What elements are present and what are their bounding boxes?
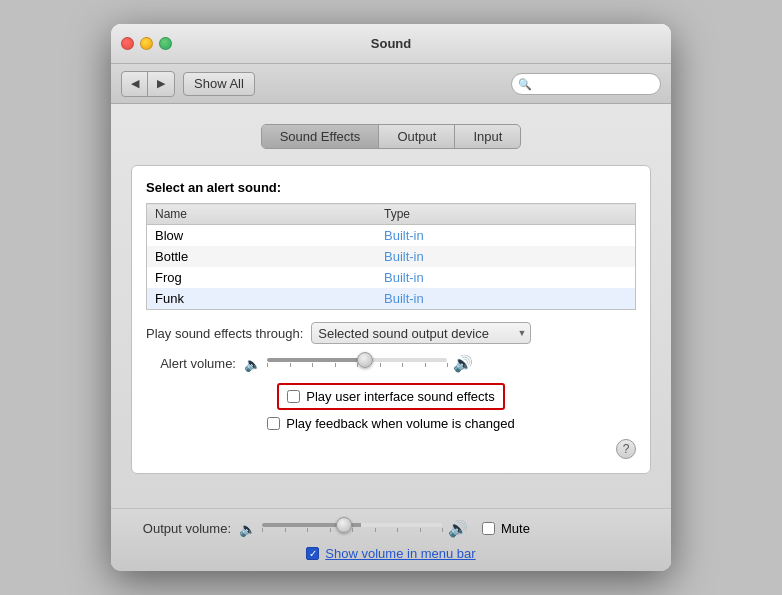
feedback-checkbox[interactable] (267, 417, 280, 430)
sound-name: Blow (147, 225, 377, 247)
play-through-select[interactable]: Selected sound output device (311, 322, 531, 344)
alert-volume-slider[interactable] (267, 358, 447, 362)
output-volume-label: Output volume: (131, 521, 231, 536)
search-container: 🔍 (511, 73, 661, 95)
output-slider-container: 🔈 🔊 (239, 519, 468, 538)
output-volume-slider[interactable] (262, 523, 442, 527)
sound-name: Frog (147, 267, 377, 288)
mute-row: Mute (482, 521, 530, 536)
sound-type: Built-in (376, 267, 636, 288)
tab-group: Sound Effects Output Input (261, 124, 522, 149)
output-slider-wrapper (262, 523, 442, 534)
show-all-button[interactable]: Show All (183, 72, 255, 96)
output-volume-low-icon: 🔈 (239, 521, 256, 537)
sound-type: Built-in (376, 288, 636, 310)
section-label: Select an alert sound: (146, 180, 636, 195)
play-through-select-wrapper: Selected sound output device ▼ (311, 322, 531, 344)
mute-label: Mute (501, 521, 530, 536)
play-through-row: Play sound effects through: Selected sou… (146, 322, 636, 344)
maximize-button[interactable] (159, 37, 172, 50)
col-header-type: Type (376, 204, 636, 225)
back-button[interactable]: ◀ (122, 72, 148, 96)
output-volume-row: Output volume: 🔈 (131, 519, 651, 538)
col-header-name: Name (147, 204, 377, 225)
volume-low-icon: 🔈 (244, 356, 261, 372)
tab-output[interactable]: Output (379, 125, 455, 148)
tab-input[interactable]: Input (455, 125, 520, 148)
table-row-selected[interactable]: Funk Built-in (147, 288, 636, 310)
slider-ticks (267, 363, 447, 369)
sound-name: Bottle (147, 246, 377, 267)
feedback-label: Play feedback when volume is changed (286, 416, 514, 431)
ui-sounds-label: Play user interface sound effects (306, 389, 494, 404)
alert-volume-row: Alert volume: 🔈 (146, 354, 636, 373)
checkboxes-container: Play user interface sound effects Play f… (146, 383, 636, 431)
volume-high-icon: 🔊 (453, 354, 473, 373)
content-area: Sound Effects Output Input Select an ale… (111, 104, 671, 508)
tab-bar: Sound Effects Output Input (131, 124, 651, 149)
ui-sounds-checkbox[interactable] (287, 390, 300, 403)
tab-sound-effects[interactable]: Sound Effects (262, 125, 380, 148)
forward-button[interactable]: ▶ (148, 72, 174, 96)
close-button[interactable] (121, 37, 134, 50)
minimize-button[interactable] (140, 37, 153, 50)
show-volume-row: ✓ Show volume in menu bar (131, 546, 651, 561)
main-window: Sound ◀ ▶ Show All 🔍 Sound Effects Outpu… (111, 24, 671, 571)
search-input[interactable] (511, 73, 661, 95)
mute-checkbox[interactable] (482, 522, 495, 535)
sound-name: Funk (147, 288, 377, 310)
sound-effects-panel: Select an alert sound: Name Type Blow Bu… (131, 165, 651, 474)
bottom-section: Output volume: 🔈 (111, 508, 671, 571)
toolbar: ◀ ▶ Show All 🔍 (111, 64, 671, 104)
sound-type: Built-in (376, 246, 636, 267)
output-slider-ticks (262, 528, 442, 534)
show-volume-checkbox[interactable]: ✓ (306, 547, 319, 560)
window-title: Sound (371, 36, 411, 51)
help-button[interactable]: ? (616, 439, 636, 459)
checkmark-icon: ✓ (309, 548, 317, 559)
table-row[interactable]: Bottle Built-in (147, 246, 636, 267)
ui-sounds-row: Play user interface sound effects (277, 383, 504, 410)
alert-volume-slider-container: 🔈 (244, 354, 473, 373)
show-volume-label[interactable]: Show volume in menu bar (325, 546, 475, 561)
nav-buttons: ◀ ▶ (121, 71, 175, 97)
slider-wrapper (267, 358, 447, 369)
sound-type: Built-in (376, 225, 636, 247)
play-through-label: Play sound effects through: (146, 326, 303, 341)
sound-table: Name Type Blow Built-in Bottle Built-in … (146, 203, 636, 310)
output-volume-high-icon: 🔊 (448, 519, 468, 538)
titlebar: Sound (111, 24, 671, 64)
table-row[interactable]: Blow Built-in (147, 225, 636, 247)
feedback-row: Play feedback when volume is changed (267, 416, 514, 431)
alert-volume-label: Alert volume: (146, 356, 236, 371)
search-icon: 🔍 (518, 77, 532, 90)
table-row[interactable]: Frog Built-in (147, 267, 636, 288)
traffic-lights (121, 37, 172, 50)
